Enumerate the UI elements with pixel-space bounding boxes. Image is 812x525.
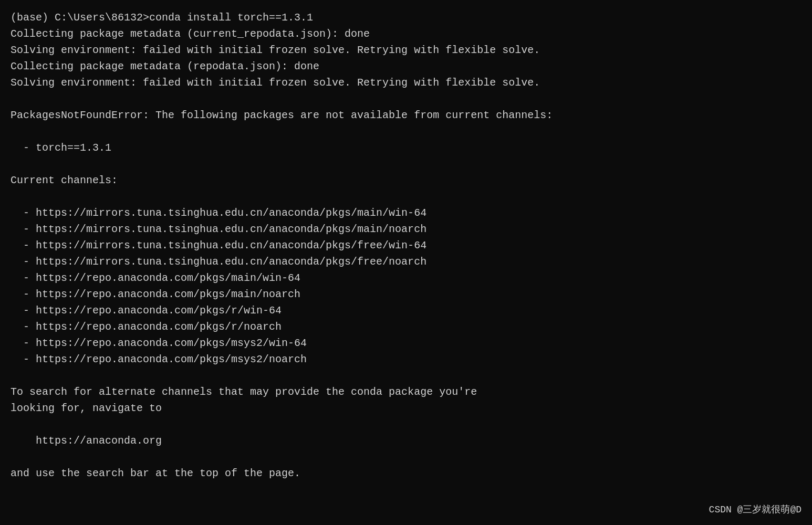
terminal-line-empty3 [11, 156, 801, 172]
terminal-line-ch10: - https://repo.anaconda.com/pkgs/msys2/n… [11, 351, 801, 368]
terminal-line-search2: looking for, navigate to [11, 400, 801, 416]
terminal-line-error: PackagesNotFoundError: The following pac… [11, 107, 801, 123]
terminal-line-ch9: - https://repo.anaconda.com/pkgs/msys2/w… [11, 335, 801, 351]
terminal-line-solving2: Solving environment: failed with initial… [11, 75, 801, 91]
terminal-line-package: - torch==1.3.1 [11, 140, 801, 156]
terminal-line-use: and use the search bar at the top of the… [11, 465, 801, 481]
terminal-line-empty7 [11, 449, 801, 465]
terminal-line-ch5: - https://repo.anaconda.com/pkgs/main/wi… [11, 270, 801, 286]
terminal-line-ch8: - https://repo.anaconda.com/pkgs/r/noarc… [11, 319, 801, 335]
terminal-line-empty5 [11, 368, 801, 384]
terminal-window: (base) C:\Users\86132>conda install torc… [11, 9, 801, 516]
terminal-line-ch4: - https://mirrors.tuna.tsinghua.edu.cn/a… [11, 254, 801, 270]
terminal-line-url: https://anaconda.org [11, 433, 801, 449]
terminal-line-empty6 [11, 416, 801, 433]
terminal-line-empty2 [11, 123, 801, 140]
terminal-line-cmd: (base) C:\Users\86132>conda install torc… [11, 9, 801, 26]
terminal-line-ch1: - https://mirrors.tuna.tsinghua.edu.cn/a… [11, 205, 801, 221]
terminal-line-ch2: - https://mirrors.tuna.tsinghua.edu.cn/a… [11, 221, 801, 237]
terminal-line-empty4 [11, 188, 801, 205]
terminal-line-ch7: - https://repo.anaconda.com/pkgs/r/win-6… [11, 302, 801, 319]
terminal-line-ch3: - https://mirrors.tuna.tsinghua.edu.cn/a… [11, 237, 801, 254]
terminal-line-search1: To search for alternate channels that ma… [11, 384, 801, 400]
terminal-line-collecting2: Collecting package metadata (repodata.js… [11, 58, 801, 75]
terminal-line-channels-header: Current channels: [11, 172, 801, 188]
terminal-line-empty1 [11, 91, 801, 107]
terminal-line-solving1: Solving environment: failed with initial… [11, 42, 801, 58]
terminal-line-ch6: - https://repo.anaconda.com/pkgs/main/no… [11, 286, 801, 302]
terminal-line-collecting1: Collecting package metadata (current_rep… [11, 26, 801, 42]
watermark: CSDN @三岁就很萌@D [709, 503, 801, 518]
